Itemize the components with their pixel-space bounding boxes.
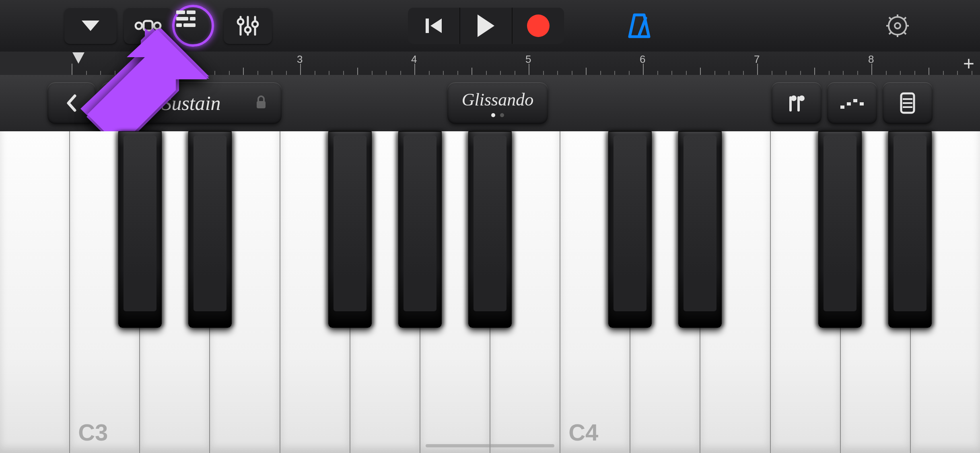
play-button[interactable]: [460, 8, 512, 44]
keyboard-layout-icon: [899, 92, 916, 114]
arpeggiator-button[interactable]: [827, 82, 877, 124]
svg-point-32: [791, 95, 797, 101]
svg-rect-8: [183, 23, 196, 27]
tracks-icon: [175, 7, 197, 30]
svg-line-17: [639, 18, 646, 35]
black-key[interactable]: [468, 131, 512, 328]
key-label: C3: [78, 419, 108, 446]
transport-controls: [408, 8, 564, 44]
sustain-label: Sustain: [161, 91, 220, 115]
piano-keyboard: C3C4: [0, 131, 980, 453]
chord-strips-button[interactable]: [772, 82, 821, 124]
svg-rect-7: [176, 23, 182, 27]
svg-point-12: [245, 27, 251, 33]
svg-marker-28: [72, 52, 84, 64]
garageband-keyboard-screen: 2345678 + Sustain Glissando: [0, 0, 980, 453]
fx-icon: [134, 17, 162, 35]
svg-rect-2: [144, 21, 152, 31]
white-key[interactable]: [0, 131, 70, 453]
svg-rect-15: [426, 19, 429, 33]
instrument-browser-button[interactable]: [64, 8, 117, 44]
timeline-ruler[interactable]: 2345678: [72, 52, 980, 75]
playhead[interactable]: [72, 52, 85, 65]
svg-line-24: [889, 17, 891, 20]
metronome-icon: [626, 12, 652, 40]
keyboard-layout-button[interactable]: [883, 82, 933, 124]
tracks-button[interactable]: [172, 5, 214, 47]
svg-rect-34: [840, 105, 844, 109]
top-toolbar: [0, 0, 980, 52]
svg-rect-3: [176, 10, 185, 14]
arpeggiator-icon: [838, 95, 866, 111]
glissando-page-dots: [491, 113, 504, 117]
add-section-button[interactable]: +: [963, 52, 974, 74]
chevron-down-icon: [82, 21, 99, 31]
record-button[interactable]: [513, 8, 564, 44]
svg-point-10: [238, 19, 243, 25]
black-key[interactable]: [398, 131, 442, 328]
black-key[interactable]: [818, 131, 862, 328]
keyboard-view-buttons: [772, 82, 933, 124]
svg-rect-4: [187, 10, 196, 14]
lock-icon: [255, 91, 267, 115]
glissando-button[interactable]: Glissando: [447, 82, 548, 124]
svg-rect-29: [257, 101, 266, 108]
svg-point-0: [136, 23, 142, 29]
black-key[interactable]: [188, 131, 232, 328]
svg-rect-5: [176, 17, 188, 21]
svg-rect-6: [190, 17, 196, 21]
svg-point-1: [154, 23, 161, 29]
black-key[interactable]: [118, 131, 162, 328]
svg-rect-37: [860, 102, 864, 105]
sliders-icon: [235, 13, 261, 39]
track-controls-button[interactable]: [224, 8, 272, 44]
chevron-left-icon: [64, 93, 79, 113]
song-settings-button[interactable]: [879, 8, 916, 44]
svg-point-14: [252, 21, 258, 27]
record-icon: [527, 14, 550, 37]
keyboard-control-bar: Sustain Glissando: [0, 75, 980, 131]
chord-strips-icon: [785, 93, 808, 114]
black-key[interactable]: [888, 131, 932, 328]
key-label: C4: [568, 419, 598, 446]
glissando-label: Glissando: [462, 89, 533, 110]
svg-rect-35: [847, 102, 851, 105]
home-indicator: [426, 444, 554, 447]
black-key[interactable]: [328, 131, 372, 328]
svg-line-26: [904, 17, 906, 20]
play-icon: [478, 14, 494, 37]
svg-rect-36: [853, 99, 857, 102]
svg-line-25: [904, 32, 906, 34]
sustain-button[interactable]: Sustain: [101, 82, 282, 124]
gear-icon: [884, 12, 911, 39]
goto-start-button[interactable]: [408, 8, 459, 44]
goto-start-icon: [423, 15, 444, 36]
metronome-button[interactable]: [625, 8, 653, 44]
fx-button[interactable]: [124, 8, 172, 44]
keyboard-back-button[interactable]: [47, 82, 96, 124]
black-key[interactable]: [608, 131, 652, 328]
svg-marker-16: [430, 19, 442, 33]
black-key[interactable]: [678, 131, 722, 328]
svg-point-19: [895, 23, 900, 29]
svg-point-33: [799, 95, 805, 101]
svg-line-27: [889, 32, 891, 34]
